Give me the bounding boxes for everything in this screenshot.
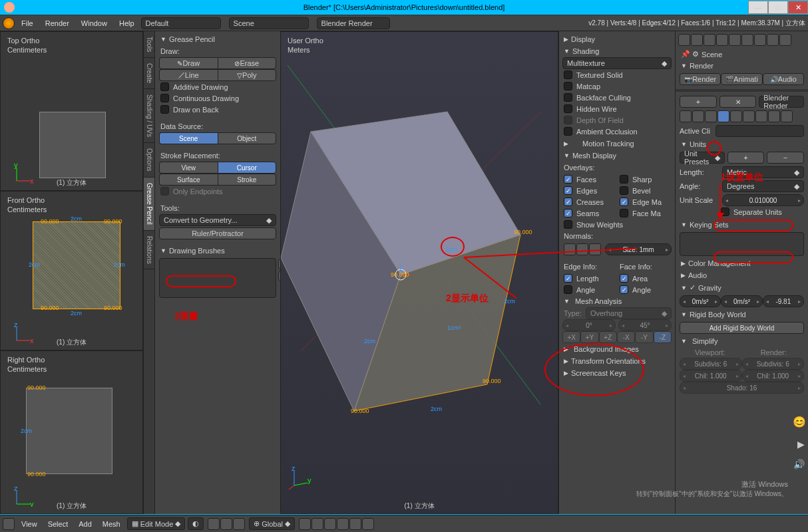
prop-tab-icon[interactable]: [741, 34, 753, 46]
unit-scale-field[interactable]: 0.010000: [722, 194, 804, 206]
chk-continuous[interactable]: Continuous Drawing: [159, 92, 276, 104]
add-rigid-body-button[interactable]: Add Rigid Body World: [680, 322, 804, 334]
blender-logo-icon[interactable]: [3, 17, 15, 29]
panel-units[interactable]: ▼Units: [676, 138, 808, 150]
minimize-button[interactable]: —: [748, 1, 768, 14]
gp-draw-button[interactable]: ✎ Draw: [159, 57, 218, 69]
menu-help[interactable]: Help: [114, 17, 140, 29]
sp-cursor-button[interactable]: Cursor: [218, 162, 277, 174]
context-icon[interactable]: [755, 110, 767, 122]
angle-unit-select[interactable]: Degrees◆: [722, 180, 804, 192]
footer-icon[interactable]: [362, 518, 374, 530]
chk-face-area[interactable]: ✓Area: [618, 273, 672, 284]
panel-drawing-brushes[interactable]: ▼Drawing Brushes: [159, 245, 276, 257]
panel-grease-pencil[interactable]: ▼Grease Pencil: [159, 33, 276, 45]
chk-show-weights[interactable]: Show Weights: [562, 219, 672, 230]
normal-face-icon[interactable]: [589, 243, 601, 255]
viewport-top[interactable]: Top OrthoCentimeters yx 2cm 90.000 (1) 立…: [0, 31, 143, 191]
gp-poly-button[interactable]: ▽ Poly: [218, 69, 277, 81]
tab-shading-uvs[interactable]: Shading / UVs: [144, 89, 154, 143]
normal-loop-icon[interactable]: [576, 243, 588, 255]
panel-display[interactable]: ▶Display: [562, 33, 672, 45]
sp-surface-button[interactable]: Surface: [159, 174, 218, 186]
floating-icon[interactable]: 😊: [793, 416, 806, 428]
scene-selector[interactable]: Scene: [229, 17, 309, 29]
chk-ao[interactable]: Ambient Occlusion: [562, 126, 672, 137]
normal-size-field[interactable]: Size: 1mm: [605, 243, 672, 255]
convert-geometry-button[interactable]: Convert to Geometry...◆: [159, 214, 276, 226]
chk-hidden-wire[interactable]: Hidden Wire: [562, 103, 672, 114]
panel-simplify[interactable]: ▼Simplify: [676, 335, 808, 347]
tab-create[interactable]: Create: [144, 58, 154, 89]
prop-tab-icon[interactable]: [691, 34, 703, 46]
context-icon[interactable]: [692, 110, 704, 122]
viewport-main[interactable]: User OrthoMeters 90.000 90.000 90.000 90…: [280, 31, 558, 514]
footer-mesh[interactable]: Mesh: [99, 520, 124, 528]
prop-tab-icon[interactable]: [729, 34, 741, 46]
select-mode-edge-icon[interactable]: [220, 518, 232, 530]
panel-rigid-body[interactable]: ▼Rigid Body World: [676, 309, 808, 321]
audio-button[interactable]: 🔊Audio: [763, 73, 804, 85]
panel-mesh-analysis[interactable]: ▼Mesh Analysis: [562, 295, 672, 307]
animation-button[interactable]: 🎬Animati: [721, 73, 762, 85]
chk-creases[interactable]: ✓Creases: [562, 196, 616, 207]
brush-list[interactable]: + −: [159, 258, 276, 298]
menu-window[interactable]: Window: [76, 17, 112, 29]
floating-icon[interactable]: 🔊: [793, 459, 805, 469]
render-button[interactable]: 📷Render: [680, 73, 721, 85]
context-icon[interactable]: [781, 110, 793, 122]
chk-face-angle[interactable]: ✓Angle: [618, 284, 672, 295]
panel-mesh-display[interactable]: ▼Mesh Display: [562, 150, 672, 162]
gp-erase-button[interactable]: ⊘ Erase: [218, 57, 277, 69]
mode-select[interactable]: ▦ Edit Mode ◆: [127, 517, 186, 530]
sp-stroke-button[interactable]: Stroke: [218, 174, 277, 186]
prop-tab-icon[interactable]: [704, 34, 715, 46]
context-icon[interactable]: [705, 110, 717, 122]
sp-view-button[interactable]: View: [159, 162, 218, 174]
footer-add[interactable]: Add: [75, 520, 96, 528]
panel-shading[interactable]: ▼Shading: [562, 45, 672, 57]
prop-tab-icon[interactable]: [754, 34, 766, 46]
chk-additive[interactable]: Additive Drawing: [159, 81, 276, 92]
panel-render[interactable]: ▼Render: [676, 60, 808, 72]
tab-options[interactable]: Options: [144, 143, 154, 177]
remove-engine-button[interactable]: ✕: [719, 96, 757, 108]
chk-faces[interactable]: ✓Faces: [562, 174, 616, 185]
chk-seams[interactable]: ✓Seams: [562, 207, 616, 219]
panel-audio[interactable]: ▶Audio: [676, 269, 808, 281]
gp-line-button[interactable]: ／ Line: [159, 69, 218, 81]
chk-textured-solid[interactable]: Textured Solid: [562, 69, 672, 80]
viewport-right[interactable]: Right OrthoCentimeters zy 90.000 90.000 …: [0, 350, 143, 514]
floating-icon[interactable]: ▶: [797, 439, 805, 450]
normal-vertex-icon[interactable]: [564, 243, 576, 255]
close-button[interactable]: ✕: [788, 1, 808, 14]
ds-object-button[interactable]: Object: [218, 132, 277, 144]
prop-tab-icon[interactable]: [716, 34, 728, 46]
footer-select[interactable]: Select: [44, 520, 73, 528]
context-icon[interactable]: [730, 110, 742, 122]
ruler-protractor-button[interactable]: Ruler/Protractor: [159, 227, 276, 239]
chk-face-marks[interactable]: Face Ma: [618, 207, 672, 219]
maximize-button[interactable]: □: [768, 1, 788, 14]
prop-tab-icon[interactable]: [779, 34, 791, 46]
tab-relations[interactable]: Relations: [144, 231, 154, 270]
select-mode-vertex-icon[interactable]: [208, 518, 220, 530]
viewport-front[interactable]: Front OrthoCentimeters zx 90.000 90.000 …: [0, 191, 143, 350]
footer-icon[interactable]: [337, 518, 349, 530]
context-icon[interactable]: [743, 110, 755, 122]
tab-grease-pencil[interactable]: Grease Pencil: [144, 178, 154, 231]
chk-edges[interactable]: ✓Edges: [562, 185, 616, 196]
chk-draw-on-back[interactable]: Draw on Back: [159, 104, 276, 115]
orientation-select[interactable]: ⊕ Global ◆: [249, 517, 295, 530]
active-clip-field[interactable]: [715, 125, 804, 137]
shading-mode-icon[interactable]: ◐: [188, 517, 204, 530]
chk-edge-length[interactable]: ✓Length: [562, 273, 616, 284]
context-scene-icon[interactable]: [717, 110, 729, 122]
chk-edge-angle[interactable]: Angle: [562, 284, 616, 295]
context-icon[interactable]: [680, 110, 692, 122]
chk-sharp[interactable]: Sharp: [618, 174, 672, 185]
footer-icon[interactable]: [299, 518, 311, 530]
unit-presets-select[interactable]: Unit Presets◆: [680, 152, 725, 164]
editor-type-icon[interactable]: [3, 518, 15, 530]
length-unit-select[interactable]: Metric◆: [722, 166, 804, 178]
